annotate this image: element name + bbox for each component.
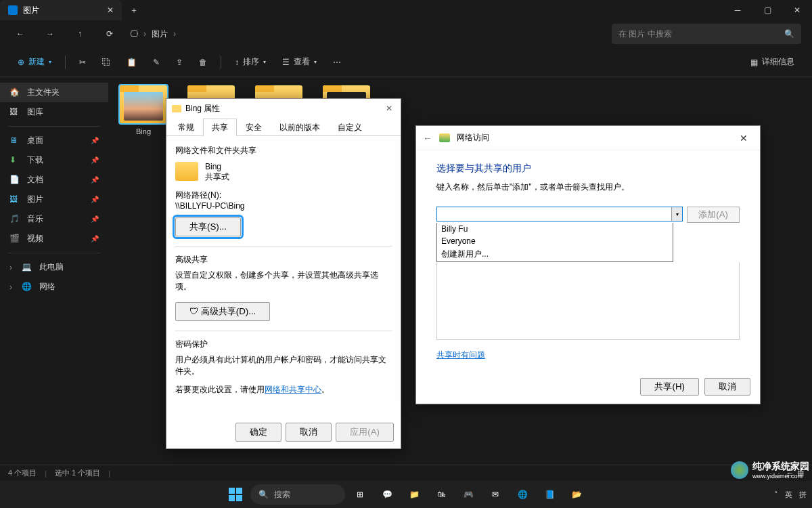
user-list[interactable] bbox=[436, 262, 740, 340]
delete-button[interactable]: 🗑 bbox=[192, 51, 214, 73]
start-button[interactable] bbox=[223, 482, 248, 507]
tab-security[interactable]: 安全 bbox=[237, 119, 271, 136]
share-button[interactable]: ⇪ bbox=[169, 51, 189, 73]
language-indicator[interactable]: 英 bbox=[785, 490, 792, 500]
sidebar-item-home[interactable]: 🏠主文件夹 bbox=[0, 83, 108, 102]
section-title: 密码保护 bbox=[175, 339, 392, 350]
search-input[interactable]: 在 图片 中搜索 🔍 bbox=[612, 24, 801, 44]
tray-chevron-icon[interactable]: ˄ bbox=[774, 490, 778, 499]
plus-icon: ⊕ bbox=[18, 58, 24, 67]
taskbar-app[interactable]: 🌐 bbox=[510, 482, 535, 507]
new-button[interactable]: ⊕ 新建 ▾ bbox=[11, 51, 58, 73]
taskbar-app[interactable]: 📂 bbox=[564, 482, 589, 507]
user-input[interactable] bbox=[437, 207, 671, 221]
cut-button[interactable]: ✂ bbox=[72, 51, 93, 73]
taskbar-app[interactable]: 📘 bbox=[537, 482, 562, 507]
sidebar-item-documents[interactable]: 📄文档📌 bbox=[0, 170, 108, 190]
trouble-link[interactable]: 共享时有问题 bbox=[436, 350, 485, 361]
share-button[interactable]: 共享(H) bbox=[640, 378, 699, 396]
details-button[interactable]: ▦ 详细信息 bbox=[744, 51, 801, 73]
tab-custom[interactable]: 自定义 bbox=[329, 119, 371, 136]
taskbar-app[interactable]: 🎮 bbox=[456, 482, 480, 507]
task-view-button[interactable]: ⊞ bbox=[348, 482, 372, 507]
rename-button[interactable]: ✎ bbox=[146, 51, 166, 73]
user-combobox[interactable]: ▾ bbox=[436, 207, 683, 221]
dropdown-button[interactable]: ▾ bbox=[671, 207, 682, 221]
close-tab-icon[interactable]: ✕ bbox=[107, 5, 114, 15]
sidebar-item-gallery[interactable]: 🖼图库 bbox=[0, 102, 108, 122]
cancel-button[interactable]: 取消 bbox=[704, 378, 750, 396]
folder-bing[interactable]: Bing bbox=[116, 85, 171, 135]
window-titlebar: 图片 ✕ ＋ ─ ▢ ✕ bbox=[0, 0, 812, 20]
dialog-header[interactable]: ← 网络访问 ✕ bbox=[416, 126, 760, 150]
chevron-right-icon: › bbox=[9, 263, 18, 272]
copy-button[interactable]: ⿻ bbox=[95, 51, 117, 73]
sidebar-item-downloads[interactable]: ⬇下载📌 bbox=[0, 150, 108, 170]
system-tray[interactable]: ˄ 英 拼 bbox=[774, 490, 807, 500]
new-tab-button[interactable]: ＋ bbox=[122, 5, 146, 16]
dropdown-option[interactable]: 创建新用户... bbox=[437, 247, 673, 261]
section-text: 用户必须具有此计算机的用户帐户和密码，才能访问共享文件夹。 bbox=[175, 354, 392, 377]
taskbar-app[interactable]: 📁 bbox=[402, 482, 426, 507]
back-button[interactable]: ← bbox=[11, 24, 30, 43]
share-icon bbox=[439, 133, 450, 142]
back-button[interactable]: ← bbox=[423, 133, 432, 144]
taskbar-search[interactable]: 🔍 搜索 bbox=[250, 484, 345, 505]
folder-icon bbox=[175, 162, 198, 181]
up-button[interactable]: ↑ bbox=[70, 24, 89, 43]
sidebar-item-pictures[interactable]: 🖼图片📌 bbox=[0, 190, 108, 209]
sort-button[interactable]: ↕ 排序 ▾ bbox=[228, 51, 273, 73]
dialog-title: Bing 属性 bbox=[185, 103, 220, 114]
advanced-share-button[interactable]: 🛡 高级共享(D)... bbox=[175, 302, 270, 321]
refresh-button[interactable]: ⟳ bbox=[100, 24, 119, 43]
pin-icon: 📌 bbox=[91, 215, 99, 223]
breadcrumb-item[interactable]: 图片 bbox=[152, 28, 168, 40]
cancel-button[interactable]: 取消 bbox=[286, 423, 332, 442]
share-button[interactable]: 共享(S)... bbox=[175, 217, 241, 236]
section-desc: 设置自定义权限，创建多个共享，并设置其他高级共享选项。 bbox=[175, 270, 392, 293]
more-button[interactable]: ⋯ bbox=[326, 51, 348, 73]
search-placeholder: 在 图片 中搜索 bbox=[618, 28, 784, 40]
sidebar-item-thispc[interactable]: ›💻此电脑 bbox=[0, 257, 108, 277]
network-center-link[interactable]: 网络和共享中心 bbox=[265, 385, 321, 394]
gallery-icon: 🖼 bbox=[9, 107, 20, 118]
chevron-down-icon: ▾ bbox=[49, 59, 51, 65]
chevron-right-icon: › bbox=[9, 282, 18, 292]
breadcrumb[interactable]: 🖵 › 图片 › bbox=[130, 28, 601, 40]
minimize-button[interactable]: ─ bbox=[723, 0, 752, 20]
maximize-button[interactable]: ▢ bbox=[752, 0, 782, 20]
taskbar-app[interactable]: 💬 bbox=[375, 482, 399, 507]
taskbar-app[interactable]: ✉ bbox=[483, 482, 508, 507]
add-button[interactable]: 添加(A) bbox=[687, 207, 740, 223]
section-text: 若要更改此设置，请使用网络和共享中心。 bbox=[175, 384, 392, 396]
tab-share[interactable]: 共享 bbox=[203, 119, 237, 136]
sidebar-item-videos[interactable]: 🎬视频📌 bbox=[0, 229, 108, 249]
watermark-logo-icon bbox=[731, 461, 748, 479]
dialog-titlebar[interactable]: Bing 属性 ✕ bbox=[166, 99, 401, 118]
ok-button[interactable]: 确定 bbox=[235, 423, 281, 442]
paste-button[interactable]: 📋 bbox=[120, 51, 143, 73]
apply-button[interactable]: 应用(A) bbox=[336, 423, 394, 442]
dialog-description: 键入名称，然后单击"添加"，或者单击箭头查找用户。 bbox=[436, 182, 740, 193]
tab-previous[interactable]: 以前的版本 bbox=[271, 119, 329, 136]
document-icon: 📄 bbox=[9, 175, 20, 186]
dropdown-option[interactable]: Billy Fu bbox=[437, 223, 673, 235]
view-button[interactable]: ☰ 查看 ▾ bbox=[275, 51, 323, 73]
tab-pictures[interactable]: 图片 ✕ bbox=[0, 0, 122, 20]
sidebar-item-desktop[interactable]: 🖥桌面📌 bbox=[0, 131, 108, 150]
forward-button[interactable]: → bbox=[41, 24, 60, 43]
pictures-icon: 🖼 bbox=[9, 194, 20, 205]
dropdown-option[interactable]: Everyone bbox=[437, 235, 673, 247]
network-icon: 🌐 bbox=[22, 282, 32, 293]
taskbar-app[interactable]: 🛍 bbox=[429, 482, 453, 507]
ime-indicator[interactable]: 拼 bbox=[799, 490, 807, 500]
pin-icon: 📌 bbox=[91, 196, 99, 203]
close-button[interactable]: ✕ bbox=[383, 101, 395, 116]
close-button[interactable]: ✕ bbox=[782, 0, 812, 20]
svg-rect-2 bbox=[229, 495, 235, 501]
sidebar-item-network[interactable]: ›🌐网络 bbox=[0, 277, 108, 297]
close-button[interactable]: ✕ bbox=[734, 130, 753, 146]
sidebar-item-music[interactable]: 🎵音乐📌 bbox=[0, 209, 108, 229]
sidebar: 🏠主文件夹 🖼图库 🖥桌面📌 ⬇下载📌 📄文档📌 🖼图片📌 🎵音乐📌 🎬视频📌 … bbox=[0, 77, 108, 465]
tab-general[interactable]: 常规 bbox=[169, 119, 203, 136]
